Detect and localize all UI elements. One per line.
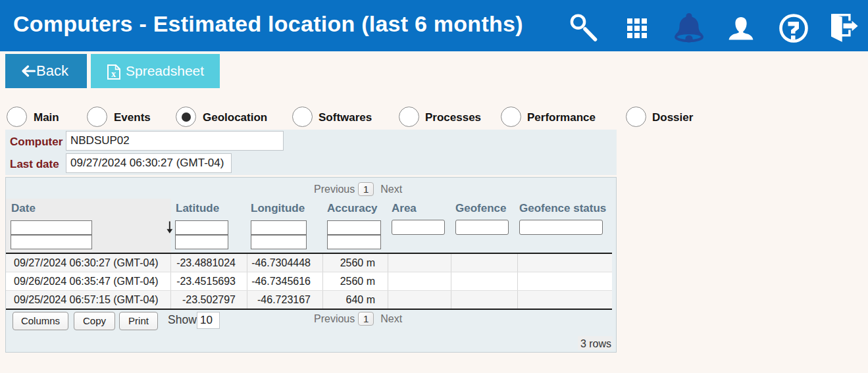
- svg-text:x: x: [111, 69, 116, 79]
